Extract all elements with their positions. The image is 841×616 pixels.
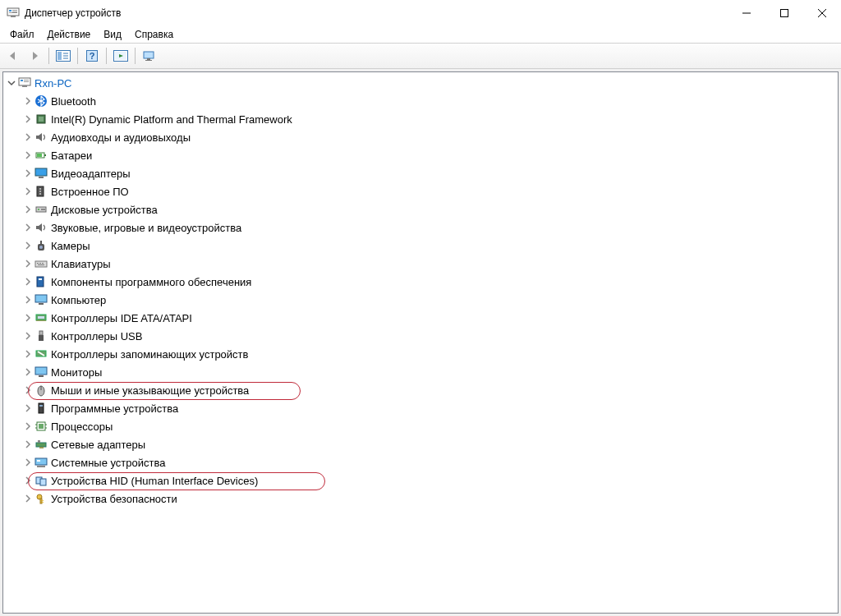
svg-rect-47 — [39, 263, 41, 264]
device-tree[interactable]: Rxn-PC BluetoothIntel(R) Dynamic Platfor… — [2, 71, 839, 614]
tree-item[interactable]: Процессоры — [3, 417, 838, 435]
tree-item[interactable]: Аудиовходы и аудиовыходы — [3, 128, 838, 146]
svg-rect-4 — [9, 12, 17, 13]
svg-rect-51 — [39, 278, 42, 280]
chevron-right-icon[interactable] — [23, 186, 33, 196]
mouse-icon — [34, 384, 48, 397]
tree-item[interactable]: Встроенное ПО — [3, 182, 838, 200]
menu-view[interactable]: Вид — [97, 27, 128, 42]
chevron-right-icon[interactable] — [23, 476, 33, 485]
svg-rect-81 — [40, 499, 42, 503]
chevron-right-icon[interactable] — [23, 367, 33, 377]
tree-item-label: Мониторы — [51, 366, 102, 379]
tree-item[interactable]: Мыши и иные указывающие устройства — [3, 381, 838, 399]
minimize-button[interactable] — [728, 0, 765, 26]
properties-button[interactable] — [140, 46, 159, 66]
tree-item[interactable]: Компьютер — [3, 291, 838, 309]
battery-icon — [34, 149, 48, 162]
tree-item[interactable]: Камеры — [3, 237, 838, 255]
help-button[interactable]: ? — [82, 46, 102, 66]
maximize-button[interactable] — [765, 0, 803, 26]
tree-item-label: Контроллеры IDE ATA/ATAPI — [51, 312, 192, 324]
tree-item[interactable]: Батареи — [3, 146, 838, 164]
chevron-right-icon[interactable] — [23, 457, 33, 467]
chevron-right-icon[interactable] — [23, 421, 33, 431]
tree-item[interactable]: Bluetooth — [3, 92, 838, 110]
chevron-down-icon[interactable] — [7, 78, 16, 88]
tree-item-label: Сетевые адаптеры — [51, 439, 145, 451]
chevron-right-icon[interactable] — [23, 132, 33, 142]
svg-rect-25 — [24, 81, 29, 82]
speaker-icon — [34, 131, 48, 144]
tree-item[interactable]: Intel(R) Dynamic Platform and Thermal Fr… — [3, 110, 838, 128]
chevron-right-icon[interactable] — [23, 241, 33, 251]
app-icon — [7, 7, 20, 20]
svg-rect-67 — [39, 424, 44, 429]
computer-icon — [18, 76, 31, 90]
tree-item[interactable]: Мониторы — [3, 363, 838, 381]
chevron-right-icon[interactable] — [23, 331, 33, 341]
tree-item[interactable]: Программные устройства — [3, 399, 838, 417]
tree-item-label: Контроллеры запоминающих устройств — [51, 348, 248, 361]
svg-rect-34 — [39, 177, 44, 178]
scan-hardware-button[interactable] — [111, 46, 131, 66]
chevron-right-icon[interactable] — [23, 223, 33, 232]
tree-item[interactable]: Контроллеры USB — [3, 327, 838, 345]
chevron-right-icon[interactable] — [23, 259, 33, 269]
forward-button[interactable] — [25, 46, 44, 66]
chevron-right-icon[interactable] — [23, 385, 33, 395]
chevron-right-icon[interactable] — [23, 403, 33, 413]
chevron-right-icon[interactable] — [23, 494, 33, 503]
svg-rect-73 — [38, 440, 40, 443]
svg-rect-46 — [37, 263, 39, 264]
menu-action[interactable]: Действие — [41, 27, 98, 42]
svg-rect-79 — [40, 479, 46, 485]
bluetooth-icon — [34, 94, 48, 108]
tree-item[interactable]: Контроллеры запоминающих устройств — [3, 345, 838, 363]
tree-item[interactable]: Дисковые устройства — [3, 200, 838, 218]
menu-file[interactable]: Файл — [3, 27, 41, 42]
close-button[interactable] — [803, 0, 841, 26]
tree-item[interactable]: Устройства HID (Human Interface Devices) — [3, 471, 838, 490]
tree-item-label: Устройства HID (Human Interface Devices) — [51, 475, 258, 487]
chevron-right-icon[interactable] — [23, 295, 33, 305]
svg-rect-2 — [12, 10, 17, 11]
svg-rect-56 — [36, 320, 46, 321]
tree-item[interactable]: Устройства безопасности — [3, 490, 838, 508]
svg-rect-58 — [39, 335, 44, 341]
svg-rect-53 — [39, 303, 44, 305]
back-button[interactable] — [3, 46, 23, 66]
tree-item-label: Аудиовходы и аудиовыходы — [51, 131, 191, 144]
chevron-right-icon[interactable] — [23, 439, 33, 449]
chevron-right-icon[interactable] — [23, 150, 33, 160]
chevron-right-icon[interactable] — [23, 277, 33, 287]
svg-rect-50 — [37, 277, 44, 287]
svg-rect-5 — [11, 16, 16, 17]
usb-icon — [34, 329, 48, 342]
svg-rect-32 — [37, 154, 42, 157]
svg-point-36 — [39, 188, 41, 190]
chevron-right-icon[interactable] — [23, 349, 33, 359]
chevron-right-icon[interactable] — [23, 168, 33, 178]
tree-root[interactable]: Rxn-PC — [3, 74, 838, 92]
chevron-right-icon[interactable] — [23, 114, 33, 124]
tree-item[interactable]: Контроллеры IDE ATA/ATAPI — [3, 309, 838, 327]
show-hide-tree-button[interactable] — [53, 46, 73, 66]
hid-icon — [34, 474, 48, 487]
tree-item-label: Устройства безопасности — [51, 493, 177, 505]
tree-item[interactable]: Системные устройства — [3, 453, 838, 471]
svg-rect-33 — [35, 168, 47, 176]
svg-rect-57 — [39, 331, 43, 335]
tree-item[interactable]: Звуковые, игровые и видеоустройства — [3, 218, 838, 237]
chevron-right-icon[interactable] — [23, 96, 33, 106]
tree-item[interactable]: Клавиатуры — [3, 255, 838, 273]
tree-item[interactable]: Видеоадаптеры — [3, 164, 838, 182]
content-frame: Rxn-PC BluetoothIntel(R) Dynamic Platfor… — [0, 69, 841, 616]
tree-item[interactable]: Компоненты программного обеспечения — [3, 273, 838, 291]
toolbar-separator — [48, 48, 49, 64]
tree-item[interactable]: Сетевые адаптеры — [3, 435, 838, 453]
chevron-right-icon[interactable] — [23, 313, 33, 323]
svg-rect-65 — [39, 405, 43, 407]
menu-help[interactable]: Справка — [128, 27, 180, 42]
chevron-right-icon[interactable] — [23, 205, 33, 214]
